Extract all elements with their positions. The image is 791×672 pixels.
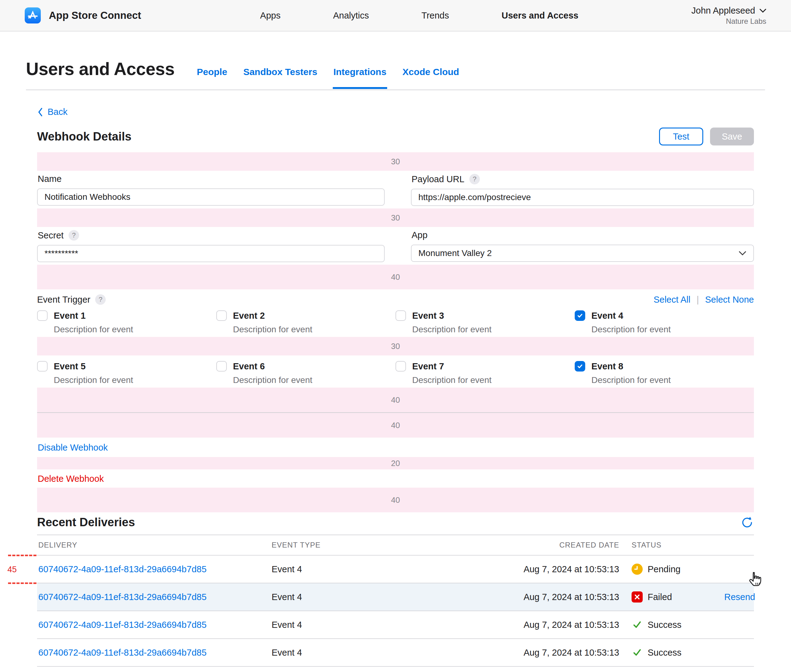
event-2-name: Event 2 (233, 310, 312, 321)
created-date-cell: Aug 7, 2024 at 10:53:13 (489, 564, 619, 574)
event-6-description: Description for event (233, 375, 312, 385)
delete-webhook-link[interactable]: Delete Webhook (38, 474, 104, 484)
success-check-icon (632, 619, 643, 630)
event-8-description: Description for event (591, 375, 671, 385)
webhook-header: Webhook Details Test Save (37, 128, 754, 146)
event-7-checkbox[interactable] (396, 361, 406, 371)
pending-clock-icon (632, 563, 643, 575)
event-2-item: Event 2 Description for event (216, 310, 396, 334)
table-row[interactable]: 60740672-4a09-11ef-813d-29a6694b7d85 Eve… (37, 555, 754, 583)
event-1-item: Event 1 Description for event (37, 310, 216, 334)
spacing-annotation-20: 20 (37, 457, 754, 469)
nav-links: Apps Analytics Trends Users and Access (260, 11, 578, 21)
form-row-1: Name Notification Webhooks Payload URL ?… (37, 174, 754, 206)
delivery-id-link[interactable]: 60740672-4a09-11ef-813d-29a6694b7d85 (39, 592, 271, 602)
event-6-checkbox[interactable] (216, 361, 227, 371)
event-8-checkbox[interactable] (575, 361, 585, 371)
success-check-icon (632, 647, 643, 658)
table-row[interactable]: 60740672-4a09-11ef-813d-29a6694b7d85 Eve… (37, 639, 754, 667)
resend-link[interactable]: Resend (724, 592, 755, 602)
test-button[interactable]: Test (659, 128, 703, 146)
select-all-link[interactable]: Select All (653, 294, 690, 305)
event-1-name: Event 1 (54, 310, 133, 321)
app-label: App (412, 230, 428, 240)
event-2-checkbox[interactable] (216, 310, 227, 321)
name-label: Name (38, 174, 61, 184)
event-trigger-help-icon[interactable]: ? (95, 294, 106, 305)
section-tabs: People Sandbox Testers Integrations Xcod… (197, 67, 459, 77)
event-7-name: Event 7 (412, 361, 492, 371)
cursor-hand-icon (746, 571, 764, 589)
tab-integrations[interactable]: Integrations (334, 67, 387, 77)
status-label: Success (648, 620, 682, 630)
event-8-name: Event 8 (591, 361, 671, 371)
spacing-annotation-30: 30 (37, 208, 754, 227)
event-type-cell: Event 4 (271, 648, 489, 658)
event-3-item: Event 3 Description for event (396, 310, 575, 334)
name-input[interactable]: Notification Webhooks (37, 189, 385, 206)
name-field-group: Name Notification Webhooks (37, 174, 385, 206)
event-4-item: Event 4 Description for event (575, 310, 754, 334)
event-2-description: Description for event (233, 325, 312, 334)
top-navbar: App Store Connect Apps Analytics Trends … (0, 0, 791, 32)
table-row[interactable]: 60740672-4a09-11ef-813d-29a6694b7d85 Eve… (37, 667, 754, 672)
event-5-checkbox[interactable] (37, 361, 48, 371)
payload-url-input[interactable]: https://apple.com/postrecieve (411, 189, 754, 206)
account-org-name: Nature Labs (692, 17, 766, 26)
spacing-annotation-40: 40 (37, 265, 754, 290)
delivery-id-link[interactable]: 60740672-4a09-11ef-813d-29a6694b7d85 (39, 564, 271, 574)
payload-url-label: Payload URL (412, 174, 464, 184)
event-3-checkbox[interactable] (396, 310, 406, 321)
tab-sandbox-testers[interactable]: Sandbox Testers (243, 67, 317, 77)
event-4-name: Event 4 (591, 310, 671, 321)
page-header: Users and Access People Sandbox Testers … (26, 59, 765, 90)
nav-item-analytics[interactable]: Analytics (333, 11, 369, 21)
spacing-annotation-40: 40 (37, 387, 754, 412)
refresh-icon[interactable] (740, 515, 754, 529)
chevron-left-icon (37, 107, 43, 117)
secret-help-icon[interactable]: ? (69, 230, 79, 241)
spacing-annotation-40: 40 (37, 413, 754, 438)
status-cell: Success (619, 647, 724, 658)
app-store-connect-icon (25, 7, 41, 24)
delivery-id-link[interactable]: 60740672-4a09-11ef-813d-29a6694b7d85 (39, 620, 271, 630)
event-7-description: Description for event (412, 375, 492, 385)
table-row[interactable]: 60740672-4a09-11ef-813d-29a6694b7d85 Eve… (37, 583, 754, 611)
event-trigger-label: Event Trigger (37, 294, 90, 305)
brand[interactable]: App Store Connect (25, 7, 141, 24)
tab-xcode-cloud[interactable]: Xcode Cloud (403, 67, 459, 77)
back-label: Back (48, 107, 67, 117)
secret-input[interactable]: ********** (37, 245, 385, 262)
event-type-cell: Event 4 (271, 620, 489, 630)
event-1-checkbox[interactable] (37, 310, 48, 321)
account-menu[interactable]: John Appleseed Nature Labs (692, 6, 766, 26)
select-none-link[interactable]: Select None (705, 294, 754, 305)
app-select[interactable]: Monument Valley 2 (411, 245, 754, 262)
disable-webhook-link[interactable]: Disable Webhook (38, 443, 108, 453)
spacing-annotation-40: 40 (37, 488, 754, 512)
event-4-checkbox[interactable] (575, 310, 585, 321)
column-created-date: CREATED DATE (489, 541, 619, 549)
spacing-annotation-30: 30 (37, 152, 754, 171)
delivery-id-link[interactable]: 60740672-4a09-11ef-813d-29a6694b7d85 (39, 648, 271, 658)
event-6-item: Event 6 Description for event (216, 361, 396, 385)
event-3-description: Description for event (412, 325, 492, 334)
save-button[interactable]: Save (710, 128, 754, 146)
event-5-item: Event 5 Description for event (37, 361, 216, 385)
nav-item-trends[interactable]: Trends (422, 11, 449, 21)
tab-people[interactable]: People (197, 67, 227, 77)
payload-url-help-icon[interactable]: ? (469, 174, 480, 184)
check-icon (576, 312, 584, 319)
nav-item-users-and-access[interactable]: Users and Access (502, 11, 578, 21)
table-row[interactable]: 60740672-4a09-11ef-813d-29a6694b7d85 Eve… (37, 611, 754, 639)
deliveries-table-header: DELIVERY EVENT TYPE CREATED DATE STATUS (37, 535, 754, 555)
secret-field-group: Secret ? ********** (37, 230, 385, 262)
event-6-name: Event 6 (233, 361, 312, 371)
page-title: Users and Access (26, 59, 175, 79)
recent-deliveries-header: Recent Deliveries (37, 515, 754, 535)
status-label: Failed (648, 592, 672, 602)
back-link[interactable]: Back (37, 107, 67, 117)
nav-item-apps[interactable]: Apps (260, 11, 281, 21)
form-row-2: Secret ? ********** App Monument Valley … (37, 230, 754, 262)
chevron-down-icon (738, 251, 746, 256)
